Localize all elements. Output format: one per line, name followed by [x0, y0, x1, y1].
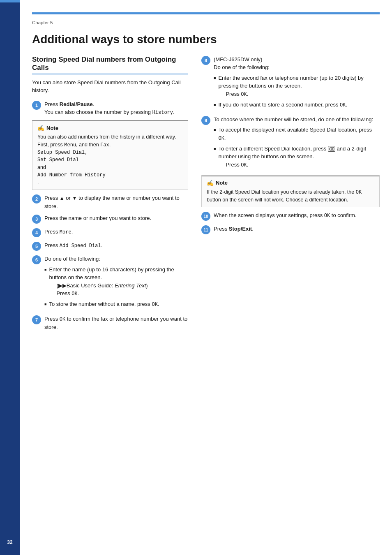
- press-ok-8a: Press OK.: [226, 91, 248, 97]
- sidebar-top-bar: [0, 0, 20, 2]
- step-9-bullet-1-text: To accept the displayed next available S…: [218, 126, 380, 142]
- backspace-icon: ⌫: [328, 146, 335, 152]
- step-5: 5 Press Add Speed Dial.: [32, 241, 188, 251]
- top-accent-bar: [32, 12, 380, 14]
- step-9: 9 To choose where the number will be sto…: [201, 116, 380, 171]
- step-8-text: (MFC-J625DW only) Do one of the followin…: [214, 56, 380, 111]
- main-content: Chapter 5 Additional ways to store numbe…: [20, 0, 392, 555]
- main-title: Additional ways to store numbers: [32, 32, 380, 46]
- step-4: 4 Press More.: [32, 228, 188, 237]
- left-column: Storing Speed Dial numbers from Outgoing…: [32, 56, 188, 543]
- ok-code-7: OK: [60, 317, 65, 322]
- section-intro: You can also store Speed Dial numbers fr…: [32, 79, 188, 95]
- step-5-text: Press Add Speed Dial.: [44, 241, 188, 250]
- section-title: Storing Speed Dial numbers from Outgoing…: [32, 56, 188, 74]
- step-8-bullet-2-text: If you do not want to store a second num…: [218, 101, 347, 109]
- note-box-left: ✍ Note You can also add numbers from the…: [32, 120, 188, 190]
- step-circle-2: 2: [32, 194, 41, 204]
- note-label-left: Note: [46, 125, 58, 131]
- step-8-bullet-1-text: Enter the second fax or telephone number…: [218, 74, 380, 98]
- step-circle-1: 1: [32, 101, 41, 110]
- step-7-text: Press OK to confirm the fax or telephone…: [44, 315, 188, 331]
- step-circle-8: 8: [201, 56, 210, 65]
- step-9-bullet-2-text: To enter a different Speed Dial location…: [218, 145, 380, 169]
- step-4-text: Press More.: [44, 228, 188, 236]
- step-6-bullet-1: Enter the name (up to 16 characters) by …: [44, 266, 188, 298]
- note-label-right: Note: [216, 180, 228, 186]
- step-10-text: When the screen displays your settings, …: [214, 211, 380, 220]
- step-11: 11 Press Stop/Exit.: [201, 225, 380, 234]
- step-1-text: Press Redial/Pause. You can also choose …: [44, 100, 188, 117]
- note-text-right: If the 2-digit Speed Dial location you c…: [207, 188, 374, 204]
- note-header-right: ✍ Note: [207, 180, 374, 186]
- step-circle-9: 9: [201, 116, 210, 125]
- step-circle-6: 6: [32, 255, 41, 264]
- arrow-up-icon: ▲: [60, 194, 65, 202]
- step-10: 10 When the screen displays your setting…: [201, 211, 380, 221]
- step-6-bullet-1-text: Enter the name (up to 16 characters) by …: [49, 266, 188, 298]
- page: 32 Chapter 5 Additional ways to store nu…: [0, 0, 392, 555]
- step-9-bullet-1: To accept the displayed next available S…: [214, 126, 380, 142]
- right-column: 8 (MFC-J625DW only) Do one of the follow…: [201, 56, 380, 543]
- step-6-bullets: Enter the name (up to 16 characters) by …: [44, 266, 188, 309]
- step-9-bullets: To accept the displayed next available S…: [214, 126, 380, 169]
- step-circle-5: 5: [32, 242, 41, 251]
- chapter-label: Chapter 5: [32, 20, 380, 25]
- history-code: History: [152, 110, 173, 116]
- step-7: 7 Press OK to confirm the fax or telepho…: [32, 315, 188, 331]
- step-circle-4: 4: [32, 228, 41, 237]
- step-9-text: To choose where the number will be store…: [214, 116, 380, 171]
- note-header-left: ✍ Note: [37, 125, 183, 131]
- step-circle-3: 3: [32, 215, 41, 224]
- ok-code-10: OK: [324, 213, 330, 219]
- arrow-down-icon: ▼: [72, 194, 77, 202]
- step-6-text: Do one of the following: Enter the name …: [44, 255, 188, 311]
- press-ok-1: Press OK.: [56, 290, 79, 296]
- page-number: 32: [0, 539, 20, 545]
- note-box-right: ✍ Note If the 2-digit Speed Dial locatio…: [201, 176, 380, 208]
- step-2-text: Press ▲ or ▼ to display the name or numb…: [44, 194, 188, 210]
- left-sidebar: 32: [0, 0, 20, 555]
- press-ok-9b: Press OK.: [226, 162, 248, 168]
- stop-exit-text: Stop/Exit: [229, 226, 252, 232]
- two-column-layout: Storing Speed Dial numbers from Outgoing…: [32, 56, 380, 543]
- basic-guide-ref: (▶▶Basic User's Guide: Entering Text): [56, 282, 148, 289]
- step-3-text: Press the name or number you want to sto…: [44, 214, 188, 222]
- step-6-bullet-2-text: To store the number without a name, pres…: [49, 300, 159, 308]
- step-circle-7: 7: [32, 315, 41, 324]
- step-circle-11: 11: [201, 225, 210, 234]
- step-8: 8 (MFC-J625DW only) Do one of the follow…: [201, 56, 380, 111]
- step-8-bullet-1: Enter the second fax or telephone number…: [214, 74, 380, 98]
- step-2: 2 Press ▲ or ▼ to display the name or nu…: [32, 194, 188, 210]
- step-11-text: Press Stop/Exit.: [214, 225, 380, 233]
- step-circle-10: 10: [201, 212, 210, 221]
- step-9-bullet-2: To enter a different Speed Dial location…: [214, 145, 380, 169]
- step-8-bullets: Enter the second fax or telephone number…: [214, 74, 380, 109]
- redial-pause-text: Redial/Pause: [60, 101, 93, 107]
- note-icon-left: ✍: [37, 125, 44, 131]
- step-8-bullet-2: If you do not want to store a second num…: [214, 101, 380, 109]
- entering-text-italic: Entering Text: [115, 282, 146, 289]
- note-text-left: You can also add numbers from the histor…: [37, 133, 183, 186]
- step-1: 1 Press Redial/Pause. You can also choos…: [32, 100, 188, 117]
- step-3: 3 Press the name or number you want to s…: [32, 214, 188, 224]
- add-speed-dial-code: Add Speed Dial: [60, 243, 101, 249]
- step-6-bullet-2: To store the number without a name, pres…: [44, 300, 188, 308]
- note-icon-right: ✍: [207, 180, 214, 186]
- step-6: 6 Do one of the following: Enter the nam…: [32, 255, 188, 311]
- more-code: More: [60, 229, 71, 235]
